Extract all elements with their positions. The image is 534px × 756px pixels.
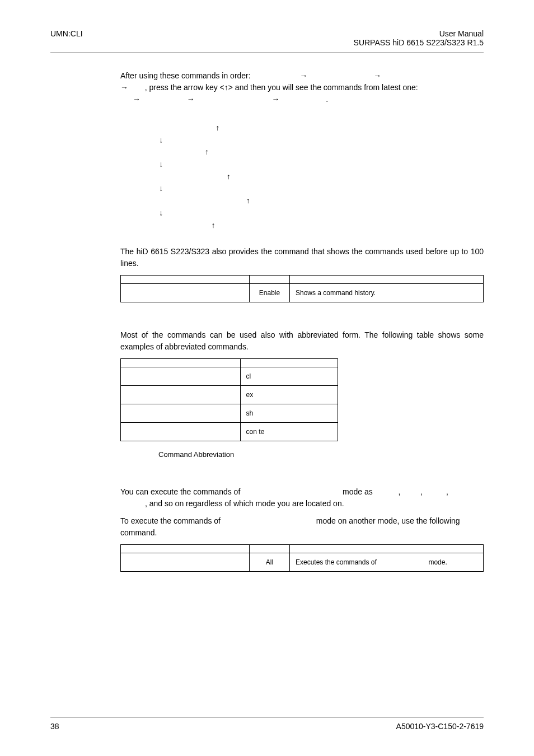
td-command xyxy=(121,284,250,302)
table-history: Enable Shows a command history. xyxy=(120,275,484,302)
header-right: User Manual SURPASS hiD 6615 S223/S323 R… xyxy=(354,29,484,47)
table-exec: All Executes the commands of mode. xyxy=(120,544,484,572)
arrow-right-1: → xyxy=(299,71,307,80)
p4f: , and so on regardless of which mode you… xyxy=(145,499,344,508)
table-row xyxy=(121,359,338,367)
th-description xyxy=(290,544,484,553)
p4d: , xyxy=(420,487,423,496)
th-command xyxy=(121,276,250,284)
paragraph-exec-1: You can execute the commands of mode as … xyxy=(120,486,484,510)
td-abbrev: con te xyxy=(240,423,338,441)
td-command xyxy=(121,553,250,571)
p4e: , xyxy=(446,487,448,496)
table-row: sh xyxy=(121,404,338,423)
td-description: Shows a command history. xyxy=(290,284,484,302)
p1-text-a: After using these commands in order: xyxy=(120,71,251,80)
table-row: ex xyxy=(121,386,338,404)
p4c: , xyxy=(399,487,401,496)
page-content: After using these commands in order: → →… xyxy=(0,53,534,572)
arrow-right-3: → xyxy=(120,83,128,92)
table-abbrev: cl ex sh con te xyxy=(120,358,338,441)
table-row: All Executes the commands of mode. xyxy=(121,553,484,571)
td-description: Executes the commands of mode. xyxy=(290,553,484,571)
arrow-right-5: → xyxy=(187,95,195,104)
th-full xyxy=(121,359,241,367)
header-right-2: SURPASS hiD 6615 S223/S323 R1.5 xyxy=(354,38,484,47)
t3b: mode. xyxy=(428,558,447,566)
t3a: Executes the commands of xyxy=(296,558,377,566)
table-row: Enable Shows a command history. xyxy=(121,284,484,302)
td-abbrev: ex xyxy=(240,386,338,404)
paragraph-history-cmd: The hiD 6615 S223/S323 also provides the… xyxy=(120,246,484,269)
p4a: You can execute the commands of xyxy=(120,487,240,496)
arrow-right-2: → xyxy=(373,71,381,80)
table-row xyxy=(121,276,484,284)
td-full xyxy=(121,386,241,404)
arrow-diagram: ↑ ↓ ↑ ↓ ↑ ↓ ↑ ↓ ↑ xyxy=(144,122,484,231)
td-mode: All xyxy=(250,553,290,571)
td-mode: Enable xyxy=(250,284,290,302)
table-row xyxy=(121,544,484,553)
td-full xyxy=(121,367,241,386)
paragraph-exec-2: To execute the commands of mode on anoth… xyxy=(120,515,484,539)
table-row: con te xyxy=(121,423,338,441)
p1-text-e: , press the arrow key <↑> and then you w… xyxy=(145,83,418,92)
page-header: UMN:CLI User Manual SURPASS hiD 6615 S22… xyxy=(0,0,534,50)
page-footer: 38 A50010-Y3-C150-2-7619 xyxy=(50,717,484,731)
table-caption-abbrev: Command Abbreviation xyxy=(120,449,484,460)
p1-text-i: . xyxy=(326,95,328,104)
arrow-right-4: → xyxy=(133,95,140,104)
th-description xyxy=(290,276,484,284)
th-command xyxy=(121,544,250,553)
p4b: mode as xyxy=(343,487,373,496)
header-right-1: User Manual xyxy=(354,29,484,38)
p5a: To execute the commands of xyxy=(120,516,221,525)
header-left: UMN:CLI xyxy=(50,29,83,47)
th-abbrev xyxy=(240,359,338,367)
td-abbrev: cl xyxy=(240,367,338,386)
paragraph-commands-order: After using these commands in order: → →… xyxy=(120,70,484,105)
td-full xyxy=(121,423,241,441)
doc-reference: A50010-Y3-C150-2-7619 xyxy=(396,722,484,731)
paragraph-abbrev: Most of the commands can be used also wi… xyxy=(120,329,484,353)
th-mode xyxy=(250,544,290,553)
arrow-right-6: → xyxy=(271,95,279,104)
th-mode xyxy=(250,276,290,284)
td-full xyxy=(121,404,241,423)
td-abbrev: sh xyxy=(240,404,338,423)
page-number: 38 xyxy=(50,722,59,731)
table-row: cl xyxy=(121,367,338,386)
